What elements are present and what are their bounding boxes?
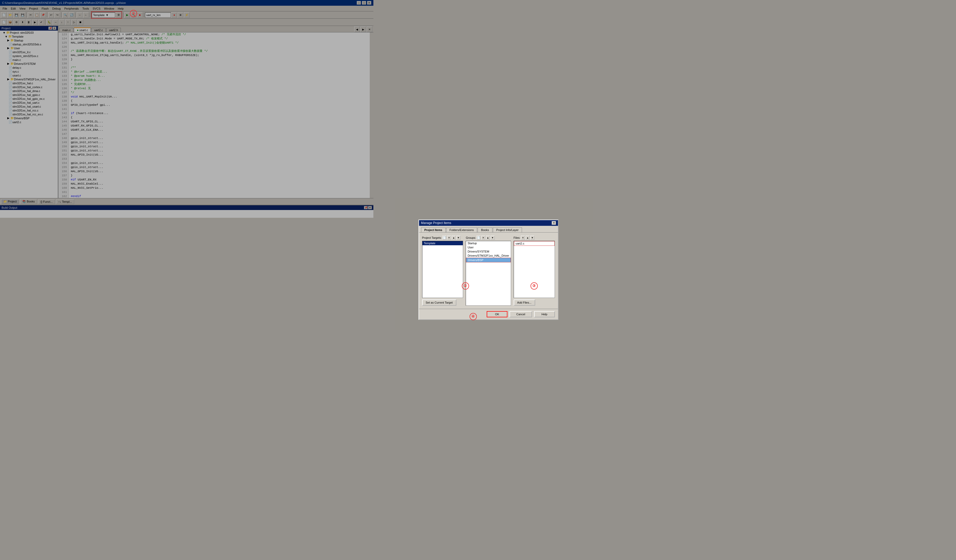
modal-overlay: Manage Project Items ✕ Project Items Fol… — [0, 0, 373, 218]
